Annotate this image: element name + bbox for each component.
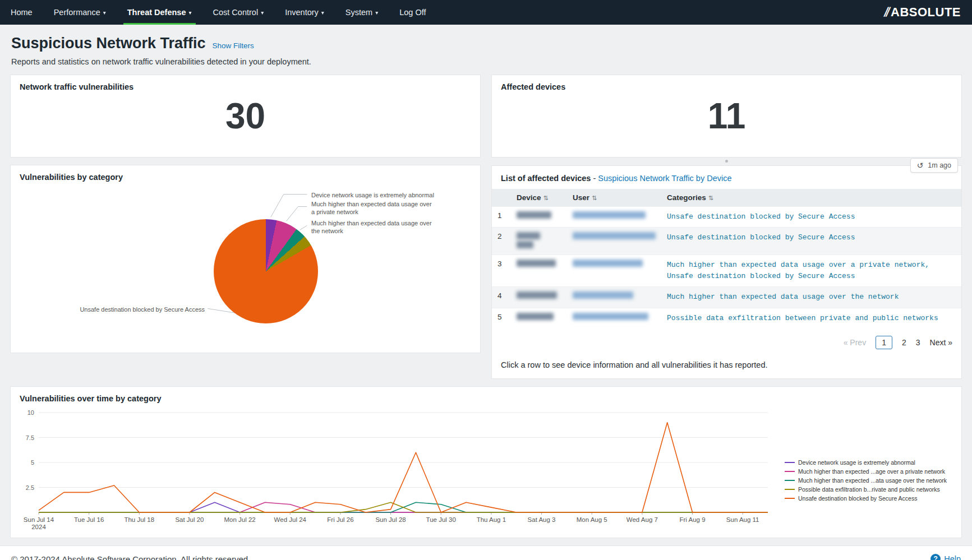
- table-row[interactable]: 3 Much higher than expected data usage o…: [492, 255, 961, 287]
- redacted-text: [517, 260, 556, 267]
- svg-text:Sun Jul 14: Sun Jul 14: [24, 516, 54, 523]
- pie-card: Vulnerabilities by category Device netwo…: [10, 165, 481, 353]
- help-link[interactable]: ? Help: [930, 554, 961, 560]
- svg-text:Wed Aug 7: Wed Aug 7: [626, 516, 658, 523]
- legend-item: Much higher than expected ...ata usage o…: [785, 477, 959, 484]
- row-index: 5: [492, 308, 511, 328]
- legend-label: Possible data exfiltration b...rivate an…: [798, 486, 940, 493]
- row-index: 1: [492, 207, 511, 228]
- list-title: List of affected devices - Suspicious Ne…: [492, 166, 961, 189]
- stat-label-affected-devices: Affected devices: [492, 75, 961, 91]
- legend-swatch: [785, 480, 795, 481]
- legend-swatch: [785, 462, 795, 463]
- svg-text:Mon Jul 22: Mon Jul 22: [224, 516, 255, 523]
- user-name-redacted: [567, 255, 661, 287]
- redacted-text: [517, 211, 551, 219]
- svg-text:Thu Aug 1: Thu Aug 1: [477, 516, 506, 523]
- redacted-text: [573, 211, 646, 219]
- show-filters-link[interactable]: Show Filters: [213, 41, 254, 50]
- pie-callout-the-network: Much higher than expected data usage ove…: [311, 219, 432, 235]
- stat-card-affected-devices: Affected devices 11: [491, 75, 962, 158]
- nav-home[interactable]: Home: [0, 0, 43, 25]
- time-chart-card: Vulnerabilities over time by category 2.…: [10, 386, 962, 538]
- pagination-page-2[interactable]: 2: [902, 338, 906, 347]
- list-help-note: Click a row to see device information an…: [492, 351, 961, 378]
- pagination-next-button[interactable]: Next »: [930, 338, 952, 347]
- legend-label: Device network usage is extremely abnorm…: [798, 459, 915, 466]
- pagination-page-1[interactable]: 1: [876, 336, 892, 349]
- logo-text: ABSOLUTE: [891, 5, 961, 20]
- stat-card-vulnerabilities: Network traffic vulnerabilities 30: [10, 75, 481, 158]
- svg-text:5: 5: [31, 459, 34, 466]
- redacted-text: [517, 291, 557, 299]
- nav-cost-control[interactable]: Cost Control ▾: [202, 0, 275, 25]
- legend-swatch: [785, 489, 795, 490]
- absolute-logo: ⫽ ABSOLUTE: [885, 0, 961, 25]
- nav-threat-defense[interactable]: Threat Defense ▾: [117, 0, 202, 25]
- svg-text:Tue Jul 16: Tue Jul 16: [74, 516, 104, 523]
- left-column: Network traffic vulnerabilities 30 Vulne…: [10, 75, 481, 353]
- affected-devices-table: Device⇅ User⇅ Categories⇅ 1: [492, 189, 961, 328]
- page-header: Suspicious Network Traffic Show Filters: [11, 35, 961, 52]
- pie-card-title: Vulnerabilities by category: [11, 165, 480, 182]
- nav-performance[interactable]: Performance ▾: [43, 0, 117, 25]
- legend-item: Device network usage is extremely abnorm…: [785, 459, 959, 466]
- svg-text:10: 10: [27, 409, 34, 416]
- legend-label: Much higher than expected ...age over a …: [798, 468, 945, 475]
- device-name-redacted: [511, 207, 567, 228]
- svg-text:Fri Aug 9: Fri Aug 9: [680, 516, 706, 523]
- svg-text:Sat Aug 3: Sat Aug 3: [528, 516, 556, 523]
- stat-label-vulnerabilities: Network traffic vulnerabilities: [11, 75, 480, 91]
- nav-system[interactable]: System ▾: [335, 0, 389, 25]
- table-row[interactable]: 1 Unsafe destination blocked by Secure A…: [492, 207, 961, 228]
- caret-down-icon: ▾: [103, 10, 106, 16]
- row-categories: Much higher than expected data usage ove…: [661, 287, 961, 308]
- caret-down-icon: ▾: [321, 10, 324, 16]
- pie-callout-private-network: Much higher than expected data usage ove…: [311, 200, 432, 216]
- column-header-device[interactable]: Device⇅: [511, 189, 567, 207]
- column-header-categories-label: Categories: [667, 193, 706, 202]
- line-chart: 2.557.510Sun Jul 142024Tue Jul 16Thu Jul…: [11, 403, 785, 538]
- time-chart-title: Vulnerabilities over time by category: [11, 387, 961, 403]
- device-name-redacted: [511, 255, 567, 287]
- redacted-text: [517, 232, 540, 239]
- refresh-icon: ↺: [917, 161, 924, 170]
- svg-text:7.5: 7.5: [26, 434, 34, 441]
- nav-system-label: System: [346, 8, 372, 17]
- sort-icon: ⇅: [708, 195, 713, 201]
- nav-log-off[interactable]: Log Off: [389, 0, 436, 25]
- row-categories: Unsafe destination blocked by Secure Acc…: [661, 207, 961, 228]
- nav-inventory[interactable]: Inventory ▾: [274, 0, 335, 25]
- pie-callout-unsafe-destination: Unsafe destination blocked by Secure Acc…: [65, 306, 205, 313]
- svg-text:Sat Jul 20: Sat Jul 20: [175, 516, 204, 523]
- legend-swatch: [785, 498, 795, 499]
- pagination-page-3[interactable]: 3: [916, 338, 920, 347]
- pie-chart[interactable]: [214, 219, 318, 323]
- device-name-redacted: [511, 308, 567, 328]
- pagination-prev-button[interactable]: « Prev: [844, 338, 866, 347]
- column-header-index: [492, 189, 511, 207]
- logo-slash-icon: ⫽: [883, 5, 891, 20]
- table-row[interactable]: 5 Possible data exfiltration between pri…: [492, 308, 961, 328]
- carousel-dot[interactable]: [725, 160, 728, 163]
- redacted-text: [517, 241, 533, 248]
- table-row[interactable]: 4 Much higher than expected data usage o…: [492, 287, 961, 308]
- nav-performance-label: Performance: [54, 8, 100, 17]
- svg-text:2.5: 2.5: [26, 484, 34, 490]
- table-row[interactable]: 2 Unsafe destination blocked by Secure A…: [492, 228, 961, 255]
- help-label: Help: [944, 554, 961, 560]
- page-title: Suspicious Network Traffic: [11, 35, 206, 52]
- refresh-button[interactable]: ↺ 1m ago: [910, 158, 958, 173]
- affected-devices-list-card: ↺ 1m ago List of affected devices - Susp…: [491, 165, 962, 379]
- column-header-user[interactable]: User⇅: [567, 189, 661, 207]
- chart-legend: Device network usage is extremely abnorm…: [785, 403, 959, 502]
- sort-icon: ⇅: [543, 195, 549, 201]
- user-name-redacted: [567, 287, 661, 308]
- nav-cost-control-label: Cost Control: [213, 8, 259, 17]
- nav-inventory-label: Inventory: [285, 8, 319, 17]
- redacted-text: [573, 232, 656, 239]
- row-categories: Unsafe destination blocked by Secure Acc…: [661, 228, 961, 255]
- table-header-row: Device⇅ User⇅ Categories⇅: [492, 189, 961, 207]
- column-header-categories[interactable]: Categories⇅: [661, 189, 961, 207]
- report-link-by-device[interactable]: Suspicious Network Traffic by Device: [598, 174, 731, 183]
